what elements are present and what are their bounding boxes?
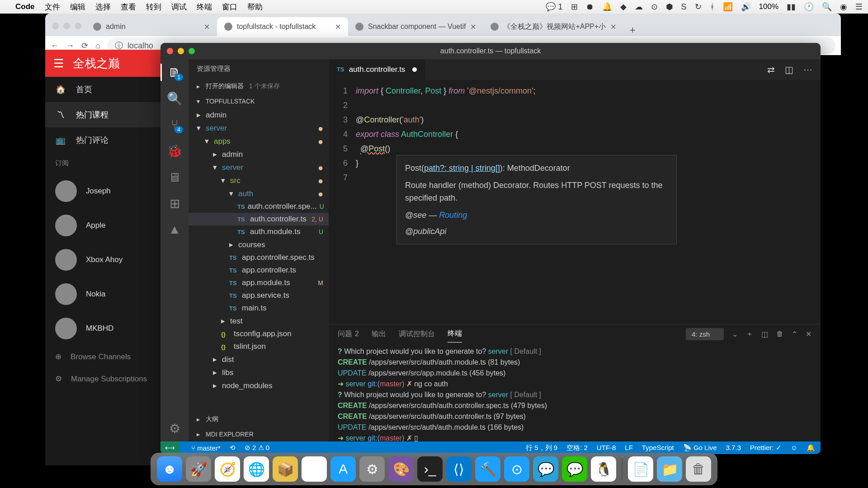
menu-select[interactable]: 选择 [95,2,111,12]
tree-file[interactable]: TSauth.module.tsU [189,225,329,238]
volume-icon[interactable]: 🔊 [741,2,751,12]
photos-icon[interactable]: 🏵 [302,456,327,482]
appstore-icon[interactable]: A [330,456,356,482]
remote-indicator[interactable]: ⟷ [160,441,179,454]
tray-icon-3[interactable]: ☁ [635,2,643,12]
browser-tab[interactable]: admin✕ [86,17,217,36]
tree-folder[interactable]: ▾apps● [189,135,329,148]
tree-file[interactable]: TSapp.module.tsM [189,277,329,289]
settings-dock-icon[interactable]: ⚙ [359,456,385,482]
new-tab-button[interactable]: + [623,24,642,36]
app-icon-4[interactable]: 💬 [533,456,558,482]
vscode-dock-icon[interactable]: ⟨⟩ [446,456,472,482]
split-icon[interactable]: ◫ [785,64,793,75]
prettier-status[interactable]: Prettier: ✓ [750,444,782,452]
tab-close-icon[interactable]: ✕ [335,23,341,31]
tray-icon-2[interactable]: ◆ [620,2,627,12]
eol-status[interactable]: LF [625,444,633,452]
history-icon[interactable]: ↻ [695,2,702,12]
tray-icon-5[interactable]: ⬢ [666,2,673,12]
editor-tab-active[interactable]: TS auth.controller.ts [329,59,425,80]
terminal-output[interactable]: ? Which project would you like to genera… [329,343,821,441]
language-status[interactable]: TypeScript [642,444,674,452]
remote-icon[interactable]: 🖥 [168,170,181,184]
battery-pct[interactable]: 100% [759,2,778,11]
workspace-root[interactable]: ▾TOPFULLSTACK [189,94,329,108]
bell-icon[interactable]: 🔔 [602,2,612,12]
tab-close-icon[interactable]: ✕ [204,23,210,31]
chevron-down-icon[interactable]: ⌄ [732,330,738,338]
tree-folder[interactable]: ▸test [189,314,329,328]
tree-file[interactable]: TSapp.controller.ts [189,264,329,277]
cursor-position[interactable]: 行 5，列 9 [526,444,557,452]
wifi-icon[interactable]: 📶 [723,2,733,12]
menu-file[interactable]: 文件 [45,2,60,12]
reload-icon[interactable]: ⟳ [81,41,88,51]
finder-icon[interactable]: ☻ [157,456,182,482]
tree-folder[interactable]: ▸admin [189,108,329,122]
new-terminal-icon[interactable]: ＋ [746,329,753,339]
feedback-icon[interactable]: ☺ [791,444,797,452]
menu-app-name[interactable]: Code [15,2,35,11]
tree-file[interactable]: TSauth.controller.ts2, U [189,213,329,225]
sync-icon[interactable]: ⟲ [230,444,236,452]
tree-folder[interactable]: ▾src● [189,174,329,187]
browser-traffic-lights[interactable] [52,23,81,29]
kill-terminal-icon[interactable]: 🗑 [776,330,783,338]
record-icon[interactable]: ⏺ [586,2,594,12]
tray-icon-6[interactable]: S [681,2,687,12]
hamburger-icon[interactable]: ☰ [53,56,64,70]
debug-tab[interactable]: 调试控制台 [399,326,435,343]
xcode-icon[interactable]: 🔨 [475,456,500,482]
ts-version[interactable]: 3.7.3 [726,444,741,452]
control-center-icon[interactable]: ☰ [855,2,863,12]
bluetooth-icon[interactable]: ᚼ [710,2,715,12]
browser-tab[interactable]: Snackbar component — Vuetif✕ [348,17,483,36]
azure-icon[interactable]: ▲ [168,223,181,236]
menu-edit[interactable]: 编辑 [70,2,85,12]
tree-folder[interactable]: ▸courses [189,238,329,251]
spotlight-icon[interactable]: 🔍 [822,2,832,12]
problems-status[interactable]: ⊘ 2 ⚠ 0 [245,444,269,452]
tree-folder[interactable]: ▸libs [189,366,329,379]
more-icon[interactable]: ⋯ [803,64,812,75]
scm-icon[interactable]: ⑂4 [168,118,181,131]
clock-icon[interactable]: 🕐 [804,2,814,12]
tray-icon-4[interactable]: ⊙ [651,2,658,12]
browser-tab[interactable]: topfullstack - topfullstack✕ [217,17,348,36]
problems-tab[interactable]: 问题2 [338,326,359,343]
tree-file[interactable]: TSauth.controller.spe...U [189,200,329,213]
maximize-panel-icon[interactable]: ⌃ [792,330,797,338]
tree-file[interactable]: {}tslint.json [189,340,329,353]
menu-view[interactable]: 查看 [121,2,136,12]
compare-icon[interactable]: ⇄ [767,64,775,75]
menu-terminal[interactable]: 终端 [197,2,212,12]
home-icon[interactable]: ⌂ [95,41,100,51]
git-branch[interactable]: ⑂ master* [191,444,221,452]
app-icon-3[interactable]: ⊙ [504,456,529,482]
chat-icon[interactable]: 💬 1 [546,2,562,12]
app-icon-2[interactable]: 🎨 [388,456,414,482]
terminal-dock-icon[interactable]: ›_ [417,456,443,482]
tab-close-icon[interactable]: ✕ [470,23,476,31]
tree-folder[interactable]: ▾server● [189,161,329,174]
close-panel-icon[interactable]: ✕ [806,330,811,338]
browser-tab[interactable]: 《全栈之巅》视频网站+APP+小✕ [483,17,623,36]
tree-file[interactable]: TSmain.ts [189,302,329,314]
wechat-icon[interactable]: 💬 [562,456,587,482]
app-icon-5[interactable]: 📄 [628,456,653,482]
extensions-icon[interactable]: ⊞ [168,197,181,210]
terminal-tab[interactable]: 终端 [448,325,462,343]
explorer-icon[interactable]: 🗎1 [168,66,181,79]
menu-debug[interactable]: 调试 [171,2,187,12]
forward-icon[interactable]: → [66,41,74,51]
downloads-icon[interactable]: 📁 [657,456,682,482]
tray-icon-1[interactable]: ⊞ [571,2,578,12]
app-icon-1[interactable]: 📦 [273,456,298,482]
search-icon[interactable]: 🔍 [168,92,181,105]
back-icon[interactable]: ← [51,41,59,51]
outline-section[interactable]: ▸大纲 [189,412,329,427]
encoding-status[interactable]: UTF-8 [597,444,616,452]
tree-folder[interactable]: ▾auth● [189,187,329,200]
tree-folder[interactable]: ▸admin [189,148,329,161]
